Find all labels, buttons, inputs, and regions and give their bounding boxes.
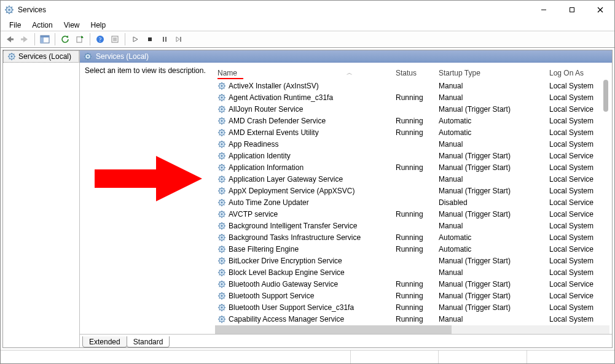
export-list-button[interactable] [73,33,87,46]
window: Services File Action View Help [0,0,615,364]
arrow-right-icon [20,35,29,44]
properties-button[interactable] [108,33,122,46]
export-icon [76,35,84,44]
cell-logon: Local Service [547,245,602,254]
service-gear-icon [217,163,226,172]
hscroll-track[interactable] [215,325,609,334]
show-hide-tree-button[interactable] [38,33,52,46]
col-header-name[interactable]: Name ︿ [215,66,393,80]
service-row[interactable]: BitLocker Drive Encryption ServiceManual… [215,255,609,266]
service-row[interactable]: Bluetooth User Support Service_c31faRunn… [215,301,609,313]
service-gear-icon [217,140,226,149]
service-row[interactable]: Block Level Backup Engine ServiceManualL… [215,266,609,278]
cell-name-label: BitLocker Drive Encryption Service [229,257,342,265]
cell-logon: Local System [547,187,602,195]
tab-extended-label: Extended [89,338,120,346]
close-button[interactable] [586,1,614,19]
service-row[interactable]: AMD External Events UtilityRunningAutoma… [215,126,609,138]
cell-startup: Manual [436,140,547,149]
service-row[interactable]: AMD Crash Defender ServiceRunningAutomat… [215,115,609,126]
cell-name: AppX Deployment Service (AppXSVC) [215,187,393,195]
services-list: Name ︿ Status Startup Type Log On As [215,66,609,334]
service-gear-icon [217,152,226,160]
view-tabs: Extended Standard [80,334,612,347]
tree-root-item[interactable]: Services (Local) [3,50,79,63]
cell-startup: Manual [436,268,547,277]
service-row[interactable]: Application IdentityManual (Trigger Star… [215,150,609,161]
service-row[interactable]: Base Filtering EngineRunningAutomaticLoc… [215,243,609,255]
service-row[interactable]: Bluetooth Audio Gateway ServiceRunningMa… [215,278,609,290]
app-gear-icon [4,5,14,15]
cell-status: Running [393,280,436,288]
cell-startup: Manual (Trigger Start) [436,163,547,172]
service-row[interactable]: App ReadinessManualLocal System [215,138,609,150]
client-area: Services (Local) Services (Local) Select… [2,50,613,348]
annotation-underline [217,78,243,79]
cell-name: Bluetooth Audio Gateway Service [215,280,393,288]
cell-logon: Local Service [547,105,602,114]
tree-pane: Services (Local) [3,50,80,347]
service-row[interactable]: Auto Time Zone UpdaterDisabledLocal Serv… [215,196,609,208]
nav-forward-button[interactable] [18,33,31,46]
start-service-button[interactable] [128,33,142,46]
cell-name: Bluetooth Support Service [215,292,393,300]
list-body[interactable]: ActiveX Installer (AxInstSV)ManualLocal … [215,80,609,324]
cell-name: Base Filtering Engine [215,245,393,254]
col-header-status[interactable]: Status [393,66,436,80]
hscroll-thumb[interactable] [215,325,452,334]
refresh-icon [61,35,69,44]
cell-name: App Readiness [215,140,393,149]
service-row[interactable]: AllJoyn Router ServiceManual (Trigger St… [215,103,609,115]
restart-icon [175,36,184,43]
refresh-button[interactable] [58,33,72,46]
col-header-status-label: Status [396,69,417,77]
pause-service-button[interactable] [158,33,171,46]
cell-name-label: Capability Access Manager Service [229,315,344,323]
restart-service-button[interactable] [173,33,186,46]
help-button[interactable]: ? [93,33,107,46]
minimize-button[interactable] [530,1,558,19]
tab-standard[interactable]: Standard [127,336,170,347]
service-row[interactable]: AVCTP serviceRunningManual (Trigger Star… [215,208,609,220]
cell-status: Running [393,245,436,254]
cell-name: Background Tasks Infrastructure Service [215,233,393,242]
services-gear-icon [7,52,16,61]
cell-logon: Local System [547,315,602,323]
cell-name-label: Auto Time Zone Updater [229,198,309,207]
cell-name-label: Base Filtering Engine [229,245,299,254]
service-row[interactable]: ActiveX Installer (AxInstSV)ManualLocal … [215,80,609,91]
status-segment [527,350,614,363]
menu-file[interactable]: File [4,20,26,31]
service-row[interactable]: Background Intelligent Transfer ServiceM… [215,220,609,231]
cell-startup: Manual [436,315,547,323]
maximize-button[interactable] [558,1,586,19]
pane-icon [40,35,50,44]
service-row[interactable]: Application Layer Gateway ServiceManualL… [215,173,609,185]
cell-startup: Manual (Trigger Start) [436,280,547,288]
cell-status: Running [393,163,436,172]
service-row[interactable]: Background Tasks Infrastructure ServiceR… [215,231,609,243]
service-row[interactable]: Capability Access Manager ServiceRunning… [215,313,609,324]
col-header-logon[interactable]: Log On As [547,66,602,80]
stop-service-button[interactable] [143,33,157,46]
svg-rect-32 [148,37,152,41]
menu-help[interactable]: Help [86,20,111,31]
cell-startup: Automatic [436,233,547,242]
nav-back-button[interactable] [3,33,17,46]
service-row[interactable]: Bluetooth Support ServiceRunningManual (… [215,290,609,301]
service-row[interactable]: AppX Deployment Service (AppXSVC)Manual … [215,185,609,196]
menu-action[interactable]: Action [27,20,57,31]
service-row[interactable]: Application InformationRunningManual (Tr… [215,161,609,173]
tab-extended[interactable]: Extended [82,336,127,347]
cell-startup: Automatic [436,128,547,137]
cell-status: Running [393,315,436,323]
menu-view[interactable]: View [59,20,85,31]
col-header-startup[interactable]: Startup Type [436,66,547,80]
cell-name: Application Layer Gateway Service [215,175,393,184]
service-row[interactable]: Agent Activation Runtime_c31faRunningMan… [215,91,609,103]
service-gear-icon [217,93,226,102]
vscroll-thumb[interactable] [603,80,608,112]
arrow-left-icon [5,35,15,44]
svg-rect-15 [10,39,14,41]
cell-logon: Local Service [547,152,602,160]
